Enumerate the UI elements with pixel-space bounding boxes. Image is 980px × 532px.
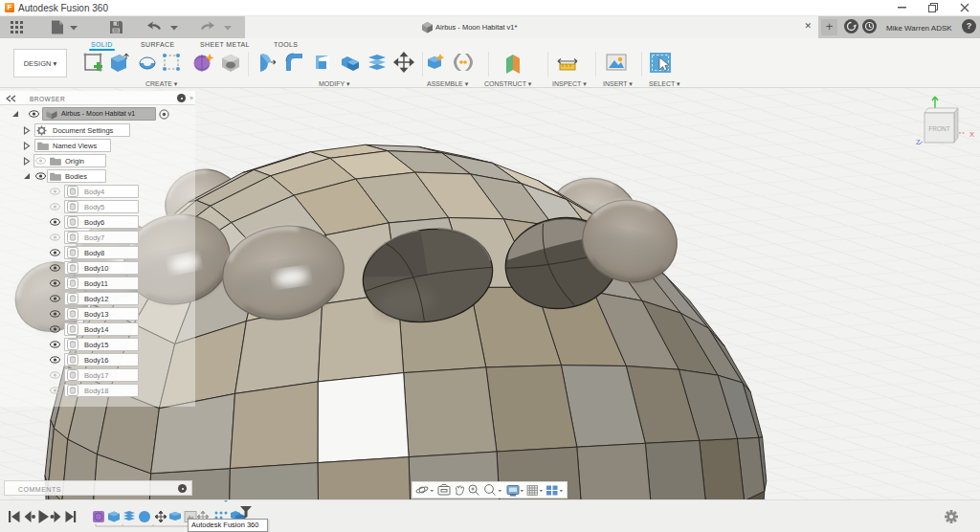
svg-text:X: X xyxy=(969,130,974,139)
svg-text:Z: Z xyxy=(916,138,921,146)
svg-text:FRONT: FRONT xyxy=(928,125,949,132)
